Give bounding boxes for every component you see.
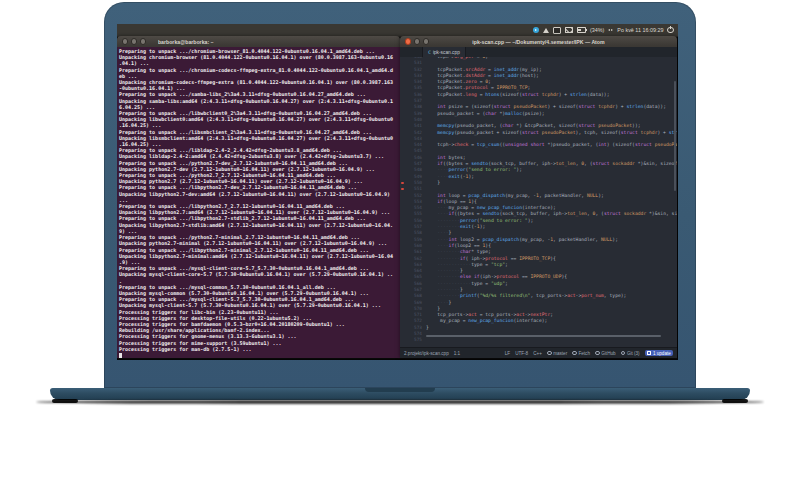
status-git-branch[interactable]: master xyxy=(547,351,567,356)
code-lines: 530 tcph->urg_ptr = 0;531532 tcpPacket.s… xyxy=(400,57,677,344)
terminal-line: Preparing to unpack .../libsmbclient_2%3… xyxy=(119,129,400,135)
status-cursor-position[interactable]: 1:1 xyxy=(454,351,460,356)
laptop-shadow xyxy=(36,400,764,404)
laptop-foot-left xyxy=(52,399,78,403)
battery-percentage: (34%) xyxy=(590,27,604,33)
status-line-ending[interactable]: LF xyxy=(505,351,510,356)
close-icon[interactable] xyxy=(122,38,128,44)
status-fetch[interactable]: Fetch xyxy=(572,351,590,356)
terminal-title: barborka@barborka: ~ xyxy=(158,39,214,45)
panel-clock[interactable]: Po kvě 11 16:09:29 xyxy=(617,27,663,33)
network-signal-icon[interactable] xyxy=(543,28,549,33)
status-right: LF UTF-8 C++ master Fetch GitHub Git (3)… xyxy=(505,350,673,356)
minimize-icon[interactable] xyxy=(131,38,137,44)
laptop-screen: (34%) Po kvě 11 16:09:29 barbor xyxy=(117,24,678,360)
package-icon xyxy=(647,351,652,356)
terminal-line: Unpacking libpython2.7-dev:amd64 (2.7.12… xyxy=(119,191,400,197)
terminal-output[interactable]: Preparing to unpack .../chromium-browser… xyxy=(117,47,400,358)
tab-label: ipk-scan.cpp xyxy=(433,50,460,55)
tab-ipk-scan-cpp[interactable]: C ipk-scan.cpp xyxy=(422,47,466,57)
power-icon[interactable] xyxy=(667,27,674,34)
terminal-line xyxy=(119,352,400,358)
terminal-line: Unpacking samba-libs:amd64 (2:4.3.11+dfs… xyxy=(119,98,400,104)
status-file-path[interactable]: 2.projekt/ipk-scan.cpp xyxy=(404,351,449,356)
github-icon xyxy=(595,351,600,356)
laptop-mockup: (34%) Po kvě 11 16:09:29 barbor xyxy=(0,0,800,477)
terminal-line: Unpacking chromium-browser (81.0.4044.12… xyxy=(119,54,400,60)
refresh-icon xyxy=(572,351,577,356)
maximize-icon[interactable] xyxy=(140,38,146,44)
line-number: 575 xyxy=(400,337,426,343)
terminal-line: Unpacking python2.7-minimal (2.7.12-1ubu… xyxy=(119,240,400,246)
desktop-windows: barborka@barborka: ~ Preparing to unpack… xyxy=(117,36,678,360)
update-badge[interactable]: 1 update xyxy=(645,350,673,356)
terminal-window-buttons xyxy=(122,38,146,44)
code-line: 575 xyxy=(400,337,677,343)
laptop-lid-notch xyxy=(365,388,435,392)
terminal-line: Preparing to unpack .../libpython2.7-min… xyxy=(119,247,400,253)
terminal-line: Unpacking mysql-client-5.7 (5.7.30-0ubun… xyxy=(119,302,400,308)
git-diff-icon xyxy=(621,351,626,356)
terminal-window: barborka@barborka: ~ Preparing to unpack… xyxy=(117,36,400,358)
terminal-line: Preparing to unpack .../chromium-codecs-… xyxy=(119,67,400,73)
terminal-line: Unpacking libldap-2.4-2:amd64 (2.4.42+df… xyxy=(119,153,400,159)
status-left: 2.projekt/ipk-scan.cpp 1:1 xyxy=(404,351,460,356)
horizontal-scrollbar[interactable] xyxy=(426,335,661,337)
battery-icon[interactable] xyxy=(577,27,586,33)
cpp-file-icon: C xyxy=(428,50,431,55)
code-editor[interactable]: 530 tcph->urg_ptr = 0;531532 tcpPacket.s… xyxy=(400,57,677,348)
status-encoding[interactable]: UTF-8 xyxy=(515,351,528,356)
terminal-cursor xyxy=(119,353,122,358)
system-tray: (34%) Po kvě 11 16:09:29 xyxy=(533,24,674,36)
laptop-base xyxy=(50,388,750,400)
terminal-line: Preparing to unpack .../samba-libs_2%3a4… xyxy=(119,91,400,97)
terminal-line: Unpacking mysql-client-core-5.7 (5.7.30-… xyxy=(119,271,400,277)
atom-window: ipk-scan.cpp — ~/Dokumenty/4.semester/IP… xyxy=(400,36,677,358)
laptop-foot-right xyxy=(722,399,748,403)
mail-icon[interactable] xyxy=(565,27,573,33)
branch-icon xyxy=(547,351,552,356)
terminal-line: Unpacking libpython2.7-minimal:amd64 (2.… xyxy=(119,253,400,259)
atom-status-bar: 2.projekt/ipk-scan.cpp 1:1 LF UTF-8 C++ … xyxy=(400,347,677,358)
atom-title: ipk-scan.cpp — ~/Dokumenty/4.semester/IP… xyxy=(400,39,677,45)
terminal-line: Unpacking libpython2.7-stdlib:amd64 (2.7… xyxy=(119,222,400,228)
session-arrows-icon[interactable] xyxy=(608,29,613,31)
status-github[interactable]: GitHub xyxy=(595,351,616,356)
keyboard-layout-icon[interactable] xyxy=(553,27,561,34)
terminal-line: Preparing to unpack .../libpython2.7-std… xyxy=(119,215,400,221)
vertical-scrollbar[interactable] xyxy=(674,81,676,191)
laptop-lid: (34%) Po kvě 11 16:09:29 barbor xyxy=(104,2,696,388)
code-text xyxy=(426,337,677,343)
status-language[interactable]: C++ xyxy=(533,351,542,356)
chat-icon[interactable] xyxy=(533,27,539,33)
status-git-changes[interactable]: Git (3) xyxy=(621,351,640,356)
